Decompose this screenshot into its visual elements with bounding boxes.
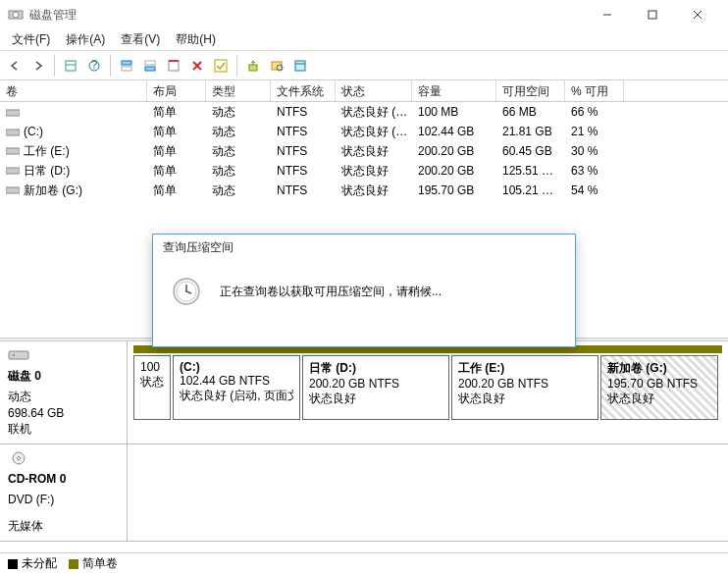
disk-status: 联机: [8, 421, 119, 438]
part-status: 状态良好 (启动, 页面文: [180, 388, 293, 404]
cdrom-info[interactable]: CD-ROM 0 DVD (F:) 无媒体: [0, 444, 128, 540]
svg-point-31: [18, 457, 21, 460]
svg-rect-17: [215, 60, 227, 72]
part-status: 状态良好: [458, 391, 592, 407]
back-button[interactable]: [4, 55, 26, 77]
close-button[interactable]: [675, 0, 720, 29]
partition[interactable]: (C:)102.44 GB NTFS状态良好 (启动, 页面文: [173, 355, 300, 420]
legend-simple-swatch: [69, 559, 78, 569]
part-size: 100 M: [140, 360, 164, 374]
disk-0-info[interactable]: 磁盘 0 动态 698.64 GB 联机: [0, 341, 128, 444]
delete-button[interactable]: [186, 55, 208, 77]
svg-rect-6: [66, 61, 76, 71]
svg-rect-28: [9, 351, 28, 359]
properties-button[interactable]: [289, 55, 311, 77]
svg-rect-10: [122, 61, 131, 65]
col-status[interactable]: 状态: [336, 80, 412, 101]
view-top-button[interactable]: [116, 55, 137, 77]
part-status: 状态良好: [607, 391, 711, 407]
menubar: 文件(F) 操作(A) 查看(V) 帮助(H): [0, 29, 728, 51]
forward-button[interactable]: [27, 55, 49, 77]
volume-list: 卷 布局 类型 文件系统 状态 容量 可用空间 % 可用 简单动态NTFS状态良…: [0, 80, 728, 200]
disk-name: 磁盘 0: [8, 368, 119, 385]
col-type[interactable]: 类型: [206, 80, 271, 101]
legend-unalloc-swatch: [8, 559, 18, 569]
volume-row[interactable]: 简单动态NTFS状态良好 (…100 MB66 MB66 %: [0, 102, 728, 122]
partition[interactable]: 100 M状态良: [133, 355, 171, 420]
menu-file[interactable]: 文件(F): [4, 29, 58, 50]
legend: 未分配 简单卷: [0, 552, 728, 574]
view-bottom-button[interactable]: [139, 55, 161, 77]
volume-row[interactable]: 新加卷 (G:)简单动态NTFS状态良好195.70 GB105.21 …54 …: [0, 181, 728, 200]
col-fs[interactable]: 文件系统: [271, 80, 336, 101]
col-cap[interactable]: 容量: [412, 80, 496, 101]
volume-list-header: 卷 布局 类型 文件系统 状态 容量 可用空间 % 可用: [0, 80, 728, 102]
toolbar: ?: [0, 51, 728, 80]
svg-rect-27: [6, 187, 20, 193]
maximize-button[interactable]: [630, 0, 675, 29]
cdrom-status: 无媒体: [8, 518, 119, 535]
volume-row[interactable]: 工作 (E:)简单动态NTFS状态良好200.20 GB60.45 GB30 %: [0, 141, 728, 161]
part-status: 状态良: [140, 374, 164, 391]
svg-rect-26: [6, 168, 20, 174]
volume-icon: [6, 166, 20, 176]
col-volume[interactable]: 卷: [0, 80, 147, 101]
svg-rect-12: [145, 61, 155, 65]
legend-unalloc: 未分配: [22, 556, 57, 570]
vol-name: 工作 (E:): [24, 144, 70, 158]
help-button[interactable]: ?: [83, 55, 105, 77]
volume-row[interactable]: 日常 (D:)简单动态NTFS状态良好200.20 GB125.51 …63 %: [0, 161, 728, 181]
volume-icon: [6, 185, 20, 195]
part-name: (C:): [180, 360, 293, 374]
cdrom-drive: DVD (F:): [8, 492, 119, 508]
settings-button[interactable]: [163, 55, 184, 77]
clock-icon: [171, 276, 202, 307]
part-size: 102.44 GB NTFS: [180, 374, 293, 388]
partition[interactable]: 工作 (E:)200.20 GB NTFS状态良好: [451, 355, 598, 420]
cdrom-name: CD-ROM 0: [8, 471, 119, 488]
svg-rect-13: [145, 67, 155, 71]
dialog-title: 查询压缩空间: [153, 235, 575, 262]
vol-name: (C:): [24, 125, 43, 138]
part-size: 200.20 GB NTFS: [309, 377, 442, 391]
vol-name: 日常 (D:): [24, 164, 70, 178]
volume-icon: [6, 146, 20, 156]
partition[interactable]: 新加卷 (G:)195.70 GB NTFS状态良好: [600, 355, 718, 420]
action1-button[interactable]: [242, 55, 264, 77]
query-shrink-dialog: 查询压缩空间 正在查询卷以获取可用压缩空间，请稍候...: [152, 234, 576, 347]
disk-size: 698.64 GB: [8, 405, 119, 422]
titlebar: 磁盘管理: [0, 0, 728, 29]
svg-rect-21: [295, 61, 305, 71]
col-free[interactable]: 可用空间: [496, 80, 565, 101]
svg-point-1: [13, 12, 19, 18]
legend-simple: 简单卷: [82, 556, 118, 570]
volume-icon: [6, 108, 20, 118]
disk-mgmt-icon: [8, 7, 24, 23]
partition[interactable]: 日常 (D:)200.20 GB NTFS状态良好: [302, 355, 449, 420]
volume-icon: [6, 128, 20, 137]
part-status: 状态良好: [309, 391, 442, 407]
disk-type: 动态: [8, 389, 119, 405]
minimize-button[interactable]: [585, 0, 630, 29]
view-list-button[interactable]: [60, 55, 81, 77]
svg-rect-25: [6, 148, 20, 154]
svg-point-36: [185, 290, 187, 292]
col-layout[interactable]: 布局: [147, 80, 206, 101]
cdrom-row: CD-ROM 0 DVD (F:) 无媒体: [0, 444, 728, 541]
menu-action[interactable]: 操作(A): [58, 29, 113, 50]
svg-rect-23: [6, 110, 20, 116]
svg-point-29: [13, 354, 15, 356]
action2-button[interactable]: [266, 55, 287, 77]
volume-row[interactable]: (C:)简单动态NTFS状态良好 (…102.44 GB21.81 GB21 %: [0, 122, 728, 141]
col-pct[interactable]: % 可用: [565, 80, 624, 101]
check-button[interactable]: [210, 55, 232, 77]
part-size: 200.20 GB NTFS: [458, 377, 592, 391]
dialog-message: 正在查询卷以获取可用压缩空间，请稍候...: [220, 284, 442, 300]
menu-help[interactable]: 帮助(H): [168, 29, 224, 50]
menu-view[interactable]: 查看(V): [113, 29, 168, 50]
svg-rect-14: [169, 61, 179, 71]
svg-rect-3: [649, 11, 656, 19]
part-size: 195.70 GB NTFS: [607, 377, 711, 391]
cdrom-icon: [8, 450, 29, 466]
graphical-view: 磁盘 0 动态 698.64 GB 联机 100 M状态良(C:)102.44 …: [0, 341, 728, 542]
